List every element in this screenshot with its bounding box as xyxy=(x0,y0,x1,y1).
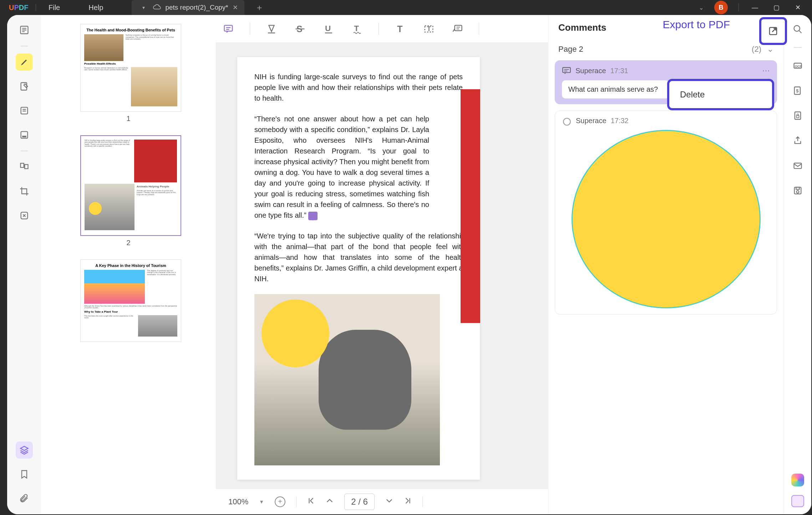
comment-time: 17:32 xyxy=(611,117,629,125)
layers-button[interactable] xyxy=(16,441,33,459)
svg-rect-25 xyxy=(455,25,462,31)
annotation-circle[interactable] xyxy=(262,299,329,367)
thumbnail-page-2[interactable]: NIH is funding large-scale surveys to fi… xyxy=(80,135,181,236)
tab-dropdown-icon[interactable]: ▾ xyxy=(138,5,149,10)
svg-rect-41 xyxy=(794,163,801,168)
zoom-level[interactable]: 100% xyxy=(228,497,248,506)
close-button[interactable]: ✕ xyxy=(792,4,803,11)
svg-point-44 xyxy=(796,191,799,193)
document-tab[interactable]: ▾ pets report(2)_Copy* ✕ xyxy=(132,0,244,15)
comment-card[interactable]: Superace 17:32 xyxy=(555,111,777,314)
paragraph: “We're trying to tap into the subjective… xyxy=(254,231,465,284)
comments-page-header[interactable]: Page 2 (2) ⌄ xyxy=(548,40,783,60)
comments-page-label: Page 2 xyxy=(558,45,583,54)
svg-point-32 xyxy=(563,118,570,125)
chat-button[interactable] xyxy=(791,495,804,507)
ai-assistant-button[interactable] xyxy=(791,474,804,486)
document-scroll[interactable]: NIH is funding large-scale surveys to fi… xyxy=(216,43,548,514)
organize-button[interactable] xyxy=(16,158,33,176)
comment-time: 17:31 xyxy=(610,67,628,75)
save-button[interactable] xyxy=(791,183,805,198)
document-view: S U T T T NIH is funding large-scale sur… xyxy=(216,15,548,514)
page-image-right xyxy=(461,89,480,323)
search-button[interactable] xyxy=(791,22,805,36)
maximize-button[interactable]: ▢ xyxy=(771,4,782,11)
comments-panel: Export to PDF Comments (2) Page 2 (2) ⌄ … xyxy=(548,15,783,514)
chevron-down-icon[interactable]: ⌄ xyxy=(767,45,773,54)
next-page-button[interactable] xyxy=(385,497,393,507)
attachment-button[interactable] xyxy=(16,490,33,507)
underline-button[interactable]: U xyxy=(321,22,336,36)
svg-rect-40 xyxy=(796,116,799,118)
svg-text:U: U xyxy=(325,24,331,33)
svg-line-34 xyxy=(799,31,801,33)
app-logo: UPDF xyxy=(0,4,23,12)
svg-rect-13 xyxy=(224,25,233,31)
thumbnail-page-1[interactable]: The Health and Mood-Boosting Benefits of… xyxy=(80,24,181,112)
textbox-button[interactable]: T xyxy=(422,22,436,36)
paragraph: NIH is funding large-scale surveys to fi… xyxy=(254,71,463,103)
export-share-button[interactable] xyxy=(759,17,787,45)
minimize-button[interactable]: — xyxy=(750,4,760,11)
thumbnail-panel[interactable]: The Health and Mood-Boosting Benefits of… xyxy=(41,15,216,514)
highlight-tool-button[interactable] xyxy=(16,54,33,71)
share-button[interactable] xyxy=(791,133,805,148)
callout-button[interactable] xyxy=(450,22,465,36)
thumbnail-number: 2 xyxy=(80,239,177,247)
export-to-pdf-label: Export to PDF xyxy=(663,19,730,31)
protect-button[interactable] xyxy=(791,108,805,123)
zoom-dropdown-icon[interactable]: ▼ xyxy=(259,499,264,505)
document-page[interactable]: NIH is funding large-scale surveys to fi… xyxy=(237,57,480,480)
crop-button[interactable] xyxy=(16,183,33,200)
page-navigation-bar: 100% ▼ + 2 / 6 xyxy=(216,489,548,514)
cloud-icon xyxy=(153,4,161,11)
thumbnail-number: 1 xyxy=(80,115,177,123)
zoom-in-button[interactable]: + xyxy=(275,496,285,507)
svg-rect-4 xyxy=(21,83,26,90)
svg-text:$: $ xyxy=(796,88,798,94)
comment-more-button[interactable]: ⋯ xyxy=(762,66,770,75)
compress-button[interactable] xyxy=(16,207,33,224)
svg-rect-29 xyxy=(563,67,570,72)
comment-text[interactable]: What can animals serve as? xyxy=(562,80,669,99)
tab-close-icon[interactable]: ✕ xyxy=(233,4,238,11)
right-sidebar: OCR $ xyxy=(783,15,811,514)
highlight-button[interactable] xyxy=(264,22,279,36)
prev-page-button[interactable] xyxy=(326,497,334,507)
page-input[interactable]: 2 / 6 xyxy=(344,494,375,510)
email-button[interactable] xyxy=(791,158,805,173)
reader-mode-button[interactable] xyxy=(16,21,33,39)
page-image xyxy=(254,294,440,465)
first-page-button[interactable] xyxy=(307,497,315,507)
svg-rect-10 xyxy=(20,163,24,168)
strikethrough-button[interactable]: S xyxy=(293,22,307,36)
thumbnail-page-3[interactable]: A Key Phase in the History of Tourism Th… xyxy=(80,259,181,342)
sticky-note-icon[interactable] xyxy=(308,212,318,220)
annotation-toolbar: S U T T T xyxy=(216,15,548,43)
svg-rect-11 xyxy=(25,165,28,169)
user-avatar[interactable]: B xyxy=(714,1,728,14)
convert-button[interactable]: $ xyxy=(791,84,805,98)
sticky-note-comment-icon xyxy=(562,67,571,75)
comment-author: Superace xyxy=(576,117,607,125)
text-button[interactable]: T xyxy=(393,22,407,36)
svg-text:OCR: OCR xyxy=(795,65,802,68)
menu-file[interactable]: File xyxy=(49,4,60,12)
ocr-button[interactable]: OCR xyxy=(791,59,805,73)
tabs-overflow-icon[interactable]: ⌄ xyxy=(699,4,704,11)
new-tab-button[interactable]: ＋ xyxy=(255,2,264,13)
edit-tool-button[interactable] xyxy=(16,78,33,95)
redact-tool-button[interactable] xyxy=(16,126,33,143)
delete-menu-item[interactable]: Delete xyxy=(667,79,774,110)
bookmark-button[interactable] xyxy=(16,466,33,483)
paragraph: “There's not one answer about how a pet … xyxy=(254,113,429,221)
comment-author: Superace xyxy=(575,67,606,75)
form-tool-button[interactable] xyxy=(16,102,33,119)
svg-rect-43 xyxy=(796,187,799,190)
menu-help[interactable]: Help xyxy=(88,4,103,12)
squiggly-button[interactable]: T xyxy=(350,22,364,36)
comment-tool-button[interactable] xyxy=(221,22,235,36)
last-page-button[interactable] xyxy=(404,497,412,507)
comments-title: Comments xyxy=(558,22,606,33)
comment-card[interactable]: Superace 17:31 ⋯ What can animals serve … xyxy=(555,60,777,104)
